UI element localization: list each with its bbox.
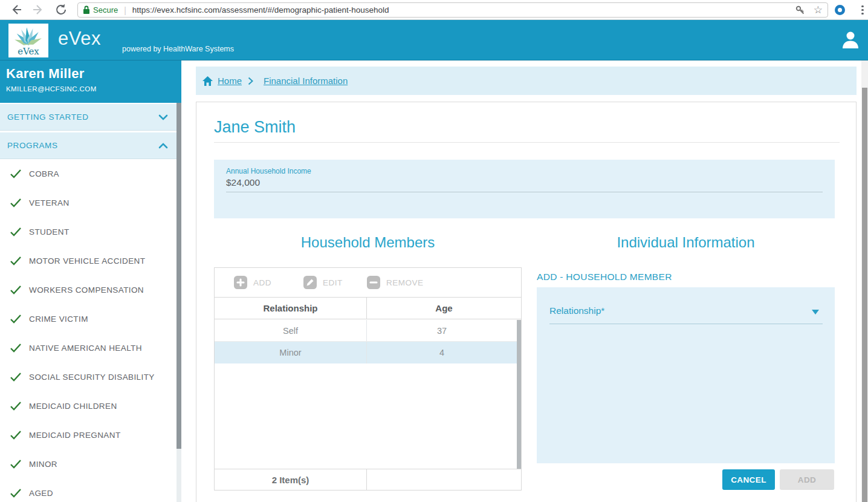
sidebar-item-veteran[interactable]: VETERAN — [0, 188, 177, 217]
relationship-dropdown-label: Relationship* — [549, 305, 604, 316]
bookmark-star-icon[interactable]: ☆ — [814, 5, 823, 15]
sidebar-section-getting-started[interactable]: GETTING STARTED — [0, 104, 177, 131]
sidebar-item-medicaid-children[interactable]: MEDICAID CHILDREN — [0, 391, 177, 420]
chevron-down-icon — [158, 114, 168, 120]
individual-information-title: Individual Information — [537, 234, 835, 251]
check-icon — [10, 430, 22, 440]
household-members-title: Household Members — [214, 234, 522, 251]
check-icon — [10, 256, 22, 266]
dropdown-caret-icon — [812, 310, 819, 315]
check-icon — [10, 372, 22, 382]
page: Secure | https://evex.hcfsinc.com/assess… — [0, 0, 868, 502]
sidebar-section-programs[interactable]: PROGRAMS — [0, 132, 177, 159]
table-footer-row: 2 Item(s) — [215, 469, 521, 490]
cancel-button[interactable]: CANCEL — [722, 469, 775, 490]
check-icon — [10, 459, 22, 469]
check-icon — [10, 227, 22, 236]
add-household-member-heading: ADD - HOUSEHOLD MEMBER — [537, 272, 672, 282]
table-scrollbar[interactable] — [517, 320, 521, 469]
breadcrumb: Home Financial Information — [196, 67, 857, 95]
sidebar-item-workers-compensation[interactable]: WORKERS COMPENSATION — [0, 275, 177, 304]
check-icon — [10, 314, 22, 324]
check-icon — [10, 401, 22, 411]
check-icon — [10, 285, 22, 295]
browser-menu-icon[interactable] — [857, 4, 868, 16]
page-scrollbar-thumb[interactable] — [862, 88, 867, 502]
column-relationship[interactable]: Relationship — [215, 298, 367, 319]
edit-member-button[interactable]: EDIT — [303, 276, 343, 289]
check-icon — [10, 488, 22, 498]
forward-icon[interactable] — [31, 3, 45, 16]
table-header-row: Relationship Age — [215, 298, 521, 319]
breadcrumb-financial-information-link[interactable]: Financial Information — [264, 76, 348, 86]
user-account-icon[interactable] — [840, 30, 861, 50]
check-icon — [10, 169, 22, 178]
sidebar-scrollbar[interactable] — [177, 103, 181, 502]
income-field-label: Annual Household Income — [226, 167, 311, 175]
evex-logo[interactable]: eVex — [8, 24, 48, 57]
app-name: eVex — [58, 28, 101, 50]
individual-information-panel: Relationship* — [537, 287, 835, 463]
sidebar-item-medicaid-pregnant[interactable]: MEDICAID PREGNANT — [0, 420, 177, 449]
content-card: Jane Smith Annual Household Income $24,0… — [196, 102, 857, 502]
sidebar-item-native-american-health[interactable]: NATIVE AMERICAN HEALTH — [0, 333, 177, 362]
sidebar-scrollbar-thumb[interactable] — [177, 103, 181, 449]
user-name: Karen Miller — [6, 66, 175, 82]
home-icon[interactable] — [202, 76, 213, 86]
income-panel: Annual Household Income $24,000 — [214, 160, 835, 218]
table-toolbar: ADD EDIT REMOVE — [215, 268, 521, 298]
svg-text:eVex: eVex — [18, 46, 39, 57]
pencil-icon — [303, 276, 317, 289]
income-input[interactable]: $24,000 — [226, 177, 823, 192]
sidebar-item-social-security-disability[interactable]: SOCIAL SECURITY DISABILITY — [0, 362, 177, 391]
check-icon — [10, 343, 22, 353]
remove-member-button[interactable]: REMOVE — [367, 276, 424, 289]
sidebar-item-student[interactable]: STUDENT — [0, 217, 177, 246]
lock-icon — [83, 5, 90, 15]
plus-icon — [234, 276, 247, 289]
back-icon[interactable] — [10, 3, 23, 16]
url-text[interactable]: https://evex.hcfsinc.com/assessment/#/de… — [132, 5, 791, 15]
patient-name: Jane Smith — [214, 118, 296, 137]
sidebar-item-aged[interactable]: AGED — [0, 478, 177, 502]
table-row-self[interactable]: Self 37 — [215, 320, 517, 342]
add-member-button[interactable]: ADD — [234, 276, 271, 289]
sidebar-item-motor-vehicle-accident[interactable]: MOTOR VEHICLE ACCIDENT — [0, 246, 177, 275]
sidebar-user-block: Karen Miller KMILLER@HCFSINC.COM — [0, 60, 181, 103]
sidebar-item-cobra[interactable]: COBRA — [0, 159, 177, 188]
check-icon — [10, 198, 22, 207]
password-key-icon[interactable] — [795, 5, 805, 15]
minus-icon — [367, 276, 380, 289]
browser-toolbar: Secure | https://evex.hcfsinc.com/assess… — [0, 0, 868, 20]
household-members-table: ADD EDIT REMOVE — [214, 267, 522, 491]
divider — [214, 142, 840, 143]
app-tagline: powered by HealthWare Systems — [122, 45, 234, 53]
app-header: eVex eVex powered by HealthWare Systems — [0, 20, 868, 60]
item-count: 2 Item(s) — [215, 469, 367, 490]
table-row-minor[interactable]: Minor 4 — [215, 342, 517, 363]
breadcrumb-home-link[interactable]: Home — [218, 76, 242, 86]
extension-icon[interactable] — [835, 5, 845, 15]
secure-label: Secure — [93, 5, 118, 15]
page-scrollbar[interactable] — [861, 60, 868, 502]
sidebar-item-crime-victim[interactable]: CRIME VICTIM — [0, 304, 177, 333]
table-scrollbar-thumb[interactable] — [517, 320, 521, 469]
chevron-up-icon — [158, 143, 168, 149]
sidebar-item-minor[interactable]: MINOR — [0, 449, 177, 478]
refresh-icon[interactable] — [54, 3, 68, 16]
omnibox-divider: | — [124, 5, 126, 15]
relationship-dropdown[interactable]: Relationship* — [549, 305, 823, 324]
chevron-right-icon — [248, 77, 253, 85]
column-age[interactable]: Age — [367, 298, 521, 319]
add-button[interactable]: ADD — [780, 469, 834, 490]
sidebar: Karen Miller KMILLER@HCFSINC.COM GETTING… — [0, 60, 181, 502]
address-bar[interactable]: Secure | https://evex.hcfsinc.com/assess… — [77, 2, 828, 18]
user-email: KMILLER@HCFSINC.COM — [6, 85, 175, 93]
